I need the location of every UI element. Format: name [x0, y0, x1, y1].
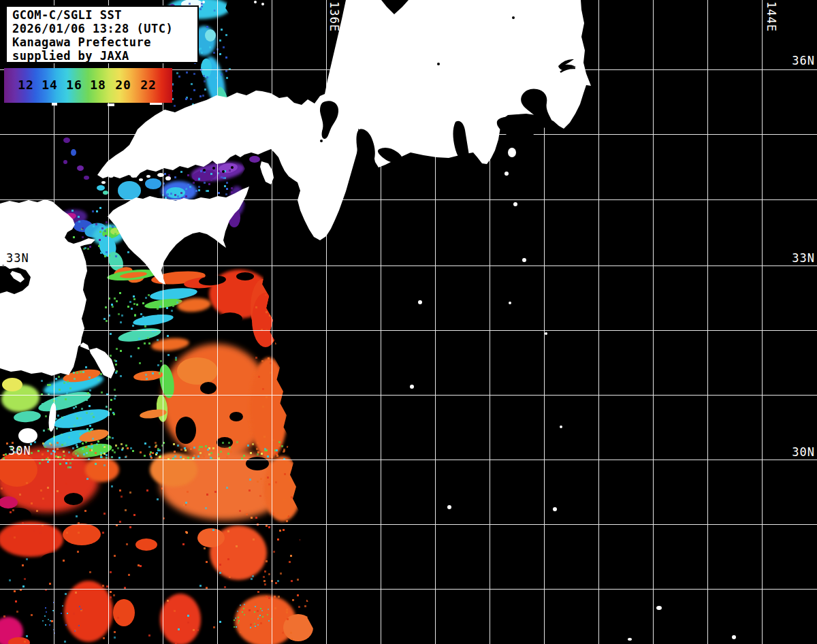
- sst-speckle: [9, 535, 11, 537]
- sst-speckle: [195, 179, 197, 181]
- sst-speckle: [210, 457, 212, 459]
- sst-speckle: [227, 453, 229, 455]
- sst-speckle: [201, 5, 203, 7]
- sst-speckle: [111, 456, 113, 458]
- sst-speckle: [201, 446, 203, 448]
- sst-speckle: [144, 442, 146, 445]
- sst-speckle: [156, 452, 158, 454]
- sst-speckle: [132, 450, 134, 452]
- sst-speckle: [65, 483, 67, 485]
- sst-speckle: [262, 406, 264, 408]
- sst-speckle: [136, 304, 138, 306]
- sst-speckle: [59, 463, 61, 465]
- sst-speckle: [33, 530, 35, 532]
- sst-speckle: [144, 325, 146, 327]
- sst-speckle: [290, 632, 292, 634]
- sst-speckle: [102, 532, 104, 534]
- sst-speckle: [152, 372, 154, 374]
- sst-speckle: [246, 513, 248, 515]
- sst-speckle: [272, 439, 274, 441]
- sst-speckle: [157, 448, 159, 450]
- coast-fragment: [52, 103, 57, 106]
- sst-speckle: [258, 376, 260, 378]
- sst-speckle: [286, 520, 288, 522]
- sst-speckle: [42, 442, 44, 445]
- colorbar-tick-label: 20: [115, 78, 131, 92]
- sst-speckle: [189, 457, 191, 459]
- sst-cloud-gap: [217, 437, 233, 448]
- sst-speckle: [99, 207, 101, 209]
- sst-speckle: [160, 360, 162, 362]
- sst-speckle: [234, 619, 235, 621]
- sst-speckle: [10, 511, 12, 513]
- sst-speckle: [219, 564, 221, 566]
- sst-speckle: [257, 453, 259, 455]
- sst-speckle: [252, 443, 254, 445]
- grid-label-longitude-136e: 136E: [327, 1, 341, 32]
- seto-island-dot: [231, 166, 234, 169]
- sst-speckle: [59, 456, 61, 458]
- sst-speckle: [225, 70, 227, 72]
- sst-speckle: [198, 178, 200, 180]
- sst-speckle: [254, 611, 255, 613]
- sst-speckle: [257, 610, 259, 612]
- sst-speckle: [212, 447, 214, 449]
- sst-speckle: [89, 246, 91, 248]
- sst-speckle: [106, 454, 108, 456]
- sst-speckle: [197, 455, 199, 457]
- sst-speckle: [279, 530, 281, 532]
- sst-speckle: [204, 182, 206, 184]
- sst-speckle: [284, 473, 286, 475]
- sst-speckle: [198, 449, 200, 451]
- sst-speckle: [97, 379, 99, 381]
- island-or-cloud: [447, 505, 451, 509]
- sst-speckle: [102, 585, 104, 587]
- sst-speckle: [148, 342, 150, 344]
- sst-speckle: [75, 592, 77, 594]
- sst-data-blob: [71, 149, 76, 156]
- sst-data-blob: [201, 59, 212, 78]
- sst-speckle: [81, 408, 83, 410]
- colorbar-tick-label: 18: [90, 78, 106, 92]
- sst-speckle: [103, 637, 105, 639]
- sst-speckle: [82, 371, 84, 373]
- sst-speckle: [22, 564, 24, 566]
- sst-speckle: [42, 453, 44, 455]
- sst-speckle: [275, 481, 277, 483]
- sst-speckle: [86, 478, 89, 480]
- island-or-cloud: [116, 170, 120, 173]
- sst-speckle: [91, 445, 93, 447]
- sst-speckle: [252, 575, 254, 577]
- sst-speckle: [202, 452, 204, 454]
- sst-speckle: [255, 606, 256, 607]
- sst-speckle: [39, 462, 41, 464]
- sst-speckle: [3, 615, 5, 617]
- sst-speckle: [69, 387, 71, 389]
- sst-speckle: [130, 447, 132, 449]
- sst-speckle: [211, 170, 213, 172]
- sst-speckle: [204, 88, 206, 91]
- sst-speckle: [91, 413, 93, 415]
- sst-speckle: [167, 600, 169, 602]
- sst-speckle: [5, 453, 7, 455]
- island-or-cloud: [18, 428, 37, 443]
- sst-speckle: [237, 611, 238, 612]
- sst-speckle: [65, 462, 67, 464]
- island-or-cloud: [656, 606, 662, 610]
- sst-speckle: [131, 308, 133, 310]
- sst-speckle: [174, 105, 176, 107]
- sst-speckle: [76, 446, 78, 448]
- sst-speckle: [199, 48, 202, 50]
- sst-speckle: [297, 594, 299, 596]
- sst-speckle: [243, 455, 245, 457]
- sst-speckle: [185, 449, 187, 451]
- sst-speckle: [164, 173, 166, 175]
- sst-speckle: [229, 576, 231, 578]
- sst-speckle: [304, 605, 306, 607]
- sst-speckle: [221, 29, 223, 31]
- sst-speckle: [84, 247, 86, 249]
- sst-speckle: [116, 300, 118, 302]
- inland-lake-dot: [437, 63, 440, 65]
- sst-speckle: [115, 445, 117, 447]
- sst-speckle: [208, 453, 210, 455]
